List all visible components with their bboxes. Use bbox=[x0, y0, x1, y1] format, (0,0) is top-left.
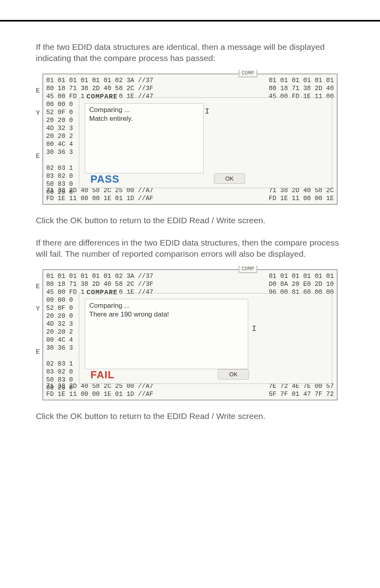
side-tick: E bbox=[36, 348, 40, 356]
compare-fieldset: COMPARE Comparing ... There are 190 wron… bbox=[79, 293, 332, 384]
top-rule bbox=[0, 20, 380, 22]
intro-pass-text: If the two EDID data structures are iden… bbox=[0, 41, 380, 64]
side-tick: E bbox=[36, 87, 40, 94]
figure-pass-wrap: E Y E COMP 01 01 01 01 01 01 02 3A //37 … bbox=[0, 74, 380, 205]
hex-dump-bottom-left: 71 38 2D 40 58 2C 25 00 //A7 FD 1E 11 00… bbox=[46, 187, 153, 203]
ok-button[interactable]: OK bbox=[218, 369, 249, 380]
figure-fail-wrap: E Y E COMP 01 01 01 01 01 01 02 3A //37 … bbox=[0, 269, 380, 400]
compare-message-box: Comparing ... There are 190 wrong data! bbox=[85, 299, 248, 369]
side-tick: Y bbox=[36, 109, 40, 117]
compare-legend: COMPARE bbox=[85, 93, 119, 100]
compare-message-box: Comparing ... Match entirely. bbox=[85, 103, 204, 173]
comp-stub-label: COMP bbox=[239, 70, 257, 77]
ok-button[interactable]: OK bbox=[214, 173, 245, 184]
compare-result-line: There are 190 wrong data! bbox=[89, 311, 244, 319]
comparing-line: Comparing ... bbox=[89, 106, 199, 114]
figure-fail: E Y E COMP 01 01 01 01 01 01 02 3A //37 … bbox=[43, 269, 337, 400]
compare-fieldset: COMPARE Comparing ... Match entirely. PA… bbox=[79, 97, 332, 188]
comp-stub-label: COMP bbox=[239, 266, 257, 273]
intro-fail-text: If there are differences in the two EDID… bbox=[0, 237, 380, 260]
after-fail-text: Click the OK button to return to the EDI… bbox=[0, 411, 380, 422]
compare-legend: COMPARE bbox=[85, 289, 119, 296]
hex-dump-right: 01 01 01 01 01 01 D0 8A 20 E0 2D 10 96 0… bbox=[269, 272, 334, 296]
comparing-line: Comparing ... bbox=[89, 302, 244, 310]
figure-pass: E Y E COMP 01 01 01 01 01 01 02 3A //37 … bbox=[43, 74, 337, 205]
hex-dump-right: 01 01 01 01 01 01 80 18 71 38 2D 40 45 0… bbox=[269, 77, 334, 100]
side-tick: Y bbox=[36, 305, 40, 313]
result-fail-label: FAIL bbox=[90, 369, 114, 381]
hex-dump-bottom-right: 7E 72 4E 7E 00 57 5F 7F 01 47 7F 72 bbox=[269, 382, 334, 398]
compare-result-line: Match entirely. bbox=[89, 115, 199, 123]
after-pass-text: Click the OK button to return to the EDI… bbox=[0, 215, 380, 226]
side-tick: E bbox=[36, 152, 40, 160]
result-pass-label: PASS bbox=[90, 173, 119, 185]
side-tick: E bbox=[36, 283, 40, 290]
hex-dump-bottom-right: 71 38 2D 40 58 2C FD 1E 11 00 00 1E bbox=[269, 187, 334, 203]
hex-dump-bottom-left: 71 38 2D 40 58 2C 25 00 //A7 FD 1E 11 00… bbox=[46, 382, 153, 398]
